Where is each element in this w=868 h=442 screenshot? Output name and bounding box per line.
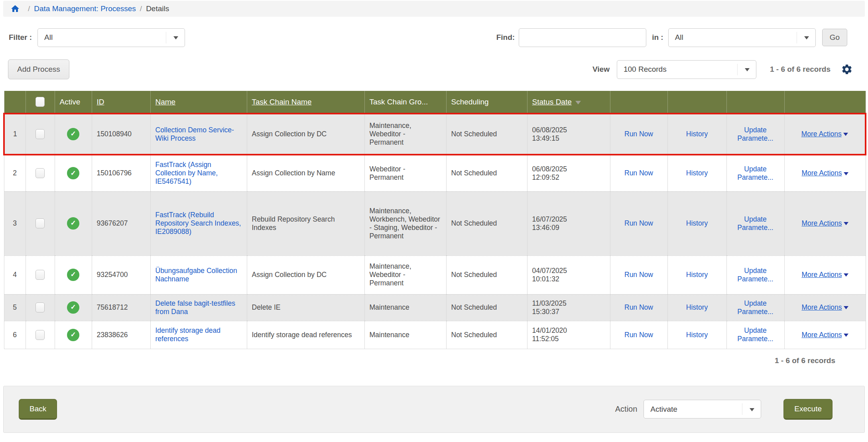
header-active: Active — [55, 91, 92, 114]
row-number: 6 — [4, 321, 26, 349]
scheduling: Not Scheduled — [446, 321, 527, 349]
history-link[interactable]: History — [686, 219, 708, 227]
history-link[interactable]: History — [686, 303, 708, 311]
run-now-cell: Run Now — [610, 294, 667, 321]
checkbox-cell — [26, 191, 55, 255]
check-circle-icon: ✓ — [67, 329, 79, 341]
more-actions-link[interactable]: More Actions — [801, 130, 848, 138]
update-parameters-link[interactable]: Update Paramete... — [737, 165, 773, 181]
history-link[interactable]: History — [686, 331, 708, 339]
more-actions-link[interactable]: More Actions — [801, 219, 848, 227]
more-actions-cell: More Actions — [784, 155, 866, 191]
scheduling: Not Scheduled — [446, 191, 527, 255]
task-chain-groups: Webeditor - Permanent — [364, 155, 446, 191]
checkbox-cell — [26, 321, 55, 349]
select-all-checkbox[interactable] — [35, 97, 45, 107]
table-row: 1 ✓ 150108940 Collection Demo Service-Wi… — [4, 114, 866, 155]
gear-icon[interactable] — [841, 63, 853, 75]
process-name-link[interactable]: Übungsaufgabe Collection Nachname — [155, 267, 237, 283]
view-select[interactable]: 100 Records — [617, 60, 756, 79]
header-scheduling: Scheduling — [446, 91, 527, 114]
task-chain-name: Assign Collection by DC — [247, 255, 364, 294]
checkbox-cell — [26, 294, 55, 321]
process-name-link[interactable]: Delete false bagit-testfiles from Dana — [155, 299, 235, 316]
sort-name[interactable]: Name — [155, 98, 176, 106]
active-cell: ✓ — [55, 191, 92, 255]
records-count: 1 - 6 of 6 records — [770, 65, 831, 74]
action-select[interactable]: Activate — [644, 400, 761, 418]
table-header-row: Active ID Name Task Chain Name Task Chai… — [4, 91, 866, 114]
process-name-cell: Übungsaufgabe Collection Nachname — [150, 255, 247, 294]
sort-id[interactable]: ID — [97, 98, 104, 106]
history-cell: History — [667, 114, 726, 155]
active-cell: ✓ — [55, 114, 92, 155]
row-checkbox[interactable] — [35, 129, 45, 139]
run-now-link[interactable]: Run Now — [624, 271, 653, 279]
update-parameters-link[interactable]: Update Paramete... — [737, 326, 773, 343]
toolbar-row: Add Process View 100 Records 1 - 6 of 6 … — [3, 58, 865, 81]
table-row: 4 ✓ 93254700 Übungsaufgabe Collection Na… — [4, 255, 866, 294]
view-label: View — [592, 65, 610, 74]
more-actions-link[interactable]: More Actions — [801, 331, 848, 339]
row-number: 5 — [4, 294, 26, 321]
sort-task-chain-name[interactable]: Task Chain Name — [252, 98, 312, 106]
task-chain-groups: Maintenance, Webeditor - Permanent — [364, 255, 446, 294]
task-chain-groups: Maintenance — [364, 294, 446, 321]
find-input[interactable] — [519, 28, 646, 47]
view-select-value: 100 Records — [624, 65, 667, 74]
process-name-link[interactable]: Identify storage dead references — [155, 326, 220, 343]
row-checkbox[interactable] — [35, 218, 45, 228]
process-name-link[interactable]: FastTrack (Rebuild Repository Search Ind… — [155, 211, 241, 236]
in-select[interactable]: All — [668, 28, 816, 47]
task-chain-groups: Maintenance — [364, 321, 446, 349]
action-select-value: Activate — [650, 405, 677, 414]
caret-down-icon — [844, 334, 848, 337]
run-now-cell: Run Now — [610, 114, 667, 155]
breadcrumb: / Data Management: Processes / Details — [3, 1, 865, 17]
run-now-link[interactable]: Run Now — [624, 219, 653, 227]
back-button[interactable]: Back — [19, 399, 57, 420]
status-date: 06/08/202512:09:52 — [527, 155, 610, 191]
header-row-number — [4, 91, 26, 114]
execute-button[interactable]: Execute — [783, 399, 833, 420]
row-number: 4 — [4, 255, 26, 294]
more-actions-link[interactable]: More Actions — [801, 271, 848, 279]
row-checkbox[interactable] — [35, 330, 45, 340]
header-history — [667, 91, 726, 114]
filter-select[interactable]: All — [37, 28, 185, 47]
history-link[interactable]: History — [686, 130, 708, 138]
home-icon[interactable] — [10, 4, 20, 14]
sort-status-date[interactable]: Status Date — [532, 98, 572, 106]
update-parameters-link[interactable]: Update Paramete... — [737, 126, 773, 142]
update-parameters-link[interactable]: Update Paramete... — [737, 215, 773, 232]
processes-table: Active ID Name Task Chain Name Task Chai… — [3, 91, 866, 349]
run-now-cell: Run Now — [610, 321, 667, 349]
run-now-link[interactable]: Run Now — [624, 130, 653, 138]
more-actions-link[interactable]: More Actions — [801, 169, 848, 177]
process-name-cell: Identify storage dead references — [150, 321, 247, 349]
history-link[interactable]: History — [686, 169, 708, 177]
add-process-button[interactable]: Add Process — [8, 59, 69, 79]
find-label: Find: — [496, 33, 515, 42]
row-checkbox[interactable] — [35, 168, 45, 178]
go-button[interactable]: Go — [822, 29, 847, 46]
history-link[interactable]: History — [686, 271, 708, 279]
scheduling: Not Scheduled — [446, 155, 527, 191]
row-checkbox[interactable] — [35, 270, 45, 280]
status-date: 16/07/202513:46:09 — [527, 191, 610, 255]
task-chain-name: Delete IE — [247, 294, 364, 321]
process-name-link[interactable]: FastTrack (Assign Collection by Name, IE… — [155, 161, 218, 185]
update-parameters-link[interactable]: Update Paramete... — [737, 267, 773, 283]
chevron-down-icon — [745, 68, 750, 71]
more-actions-link[interactable]: More Actions — [801, 303, 848, 311]
run-now-cell: Run Now — [610, 255, 667, 294]
run-now-link[interactable]: Run Now — [624, 331, 653, 339]
row-checkbox[interactable] — [35, 303, 45, 312]
run-now-link[interactable]: Run Now — [624, 303, 653, 311]
process-name-link[interactable]: Collection Demo Service-Wiki Process — [155, 126, 234, 142]
update-parameters-link[interactable]: Update Paramete... — [737, 299, 773, 316]
status-date: 06/08/202513:49:15 — [527, 114, 610, 155]
breadcrumb-link-processes[interactable]: Data Management: Processes — [34, 4, 136, 13]
status-date: 14/01/202011:52:05 — [527, 321, 610, 349]
run-now-link[interactable]: Run Now — [624, 169, 653, 177]
